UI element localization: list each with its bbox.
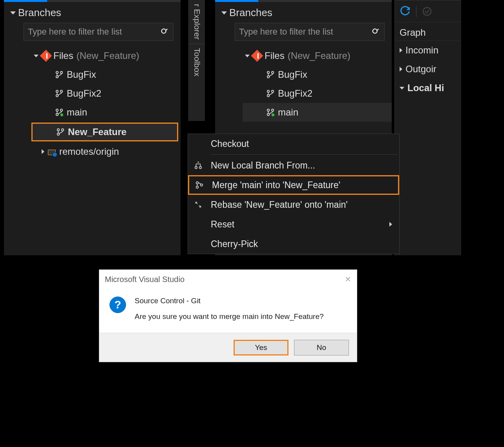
search-icon[interactable] <box>371 27 380 37</box>
branch-icon <box>55 89 64 98</box>
branch-icon <box>266 108 275 117</box>
ctx-rebase[interactable]: Rebase 'New_Feature' onto 'main' <box>188 195 399 214</box>
ctx-cherry-pick[interactable]: Cherry-Pick <box>188 234 399 254</box>
section-title: Branches <box>18 7 61 19</box>
svg-point-21 <box>272 90 274 93</box>
svg-point-26 <box>272 114 274 116</box>
graph-header: Graph <box>395 22 461 41</box>
dialog-text: Source Control - Git Are you sure you wa… <box>135 297 324 321</box>
svg-point-20 <box>267 90 270 93</box>
graph-row-label: Local Hi <box>407 82 444 93</box>
branch-row-main[interactable]: main <box>31 103 181 122</box>
branch-icon <box>55 108 64 117</box>
separator <box>416 6 416 17</box>
ctx-merge[interactable]: Merge 'main' into 'New_Feature' <box>188 175 399 195</box>
branch-context-menu: Checkout New Local Branch From... Merge … <box>188 134 400 254</box>
branch-tree: Files (New_Feature) BugFix BugFix2 main <box>4 46 181 161</box>
svg-point-15 <box>373 29 377 33</box>
branch-row-main[interactable]: main <box>243 103 392 122</box>
svg-point-12 <box>57 129 60 131</box>
repo-row[interactable]: Files (New_Feature) <box>243 46 392 65</box>
filter-input[interactable] <box>239 27 367 37</box>
tab-server-explorer[interactable]: r Explorer <box>189 0 205 44</box>
dialog-titlebar: Microsoft Visual Studio ✕ <box>99 270 357 289</box>
git-repo-icon <box>40 49 52 62</box>
dialog-message: Are you sure you want to merge main into… <box>135 312 324 321</box>
ctx-new-branch[interactable]: New Local Branch From... <box>188 156 399 175</box>
section-header[interactable]: Branches <box>215 2 392 23</box>
dialog-title: Microsoft Visual Studio <box>105 275 184 284</box>
graph-panel: Graph Incomin Outgoir Local Hi <box>394 0 461 255</box>
expand-icon <box>245 55 250 57</box>
collapse-icon <box>400 87 404 90</box>
ctx-reset[interactable]: Reset <box>188 214 399 234</box>
branch-row-bugfix2[interactable]: BugFix2 <box>243 84 392 103</box>
accent-strip <box>215 0 258 2</box>
section-header[interactable]: Branches <box>4 2 181 23</box>
graph-row-outgoing[interactable]: Outgoir <box>395 60 461 79</box>
svg-point-17 <box>267 71 270 74</box>
graph-row-label: Outgoir <box>405 64 436 75</box>
dialog-body: ? Source Control - Git Are you sure you … <box>99 289 357 333</box>
branch-label: BugFix2 <box>67 88 101 99</box>
remotes-label: remotes/origin <box>59 146 119 157</box>
section-title: Branches <box>229 7 272 19</box>
svg-point-23 <box>267 109 270 112</box>
branch-label: main <box>67 107 87 118</box>
repo-label: Files <box>265 50 285 61</box>
ctx-label: Merge 'main' into 'New_Feature' <box>212 180 340 191</box>
branch-icon <box>55 70 64 79</box>
graph-toolbar <box>395 0 461 22</box>
no-button[interactable]: No <box>294 340 349 355</box>
branch-label: main <box>278 107 298 118</box>
folder-icon <box>47 147 56 156</box>
close-icon[interactable]: ✕ <box>345 275 351 284</box>
expand-icon <box>400 48 402 53</box>
expand-icon <box>34 55 38 57</box>
remotes-row[interactable]: remotes/origin <box>31 142 181 161</box>
svg-point-24 <box>272 109 274 112</box>
graph-row-local-history[interactable]: Local Hi <box>395 79 461 97</box>
question-icon: ? <box>110 297 126 313</box>
svg-point-11 <box>60 114 63 116</box>
repo-branch-paren: (New_Feature) <box>77 50 139 61</box>
separator <box>211 154 398 155</box>
merge-icon <box>194 181 205 189</box>
branch-row-bugfix[interactable]: BugFix <box>243 65 392 84</box>
branch-icon <box>56 128 65 136</box>
yes-button[interactable]: Yes <box>234 340 289 355</box>
expand-icon <box>42 149 44 154</box>
svg-point-9 <box>60 109 63 112</box>
collapse-icon <box>221 11 227 15</box>
ctx-label: New Local Branch From... <box>211 160 315 171</box>
filter-box <box>235 23 385 41</box>
branches-panel-left: Branches Files (New_Feature) BugFix BugF… <box>4 0 181 255</box>
svg-line-16 <box>377 29 379 31</box>
branch-icon <box>266 70 275 79</box>
refresh-icon[interactable] <box>399 5 411 18</box>
svg-point-30 <box>196 182 199 184</box>
branch-row-newfeature[interactable]: New_Feature <box>31 123 178 141</box>
search-icon[interactable] <box>160 27 169 37</box>
svg-point-31 <box>196 186 199 189</box>
svg-point-28 <box>195 167 197 169</box>
ctx-label: Reset <box>211 219 234 230</box>
graph-row-incoming[interactable]: Incomin <box>395 41 461 60</box>
svg-point-18 <box>272 71 274 74</box>
branch-tree: Files (New_Feature) BugFix BugFix2 main <box>215 46 392 122</box>
branch-row-bugfix[interactable]: BugFix <box>31 65 181 84</box>
expand-icon <box>400 67 402 71</box>
dialog-heading: Source Control - Git <box>135 297 324 305</box>
branch-row-bugfix2[interactable]: BugFix2 <box>31 84 181 103</box>
branch-label: BugFix2 <box>278 88 312 99</box>
repo-row[interactable]: Files (New_Feature) <box>31 46 181 65</box>
filter-input[interactable] <box>28 27 156 37</box>
tab-toolbox[interactable]: Toolbox <box>189 44 205 80</box>
filter-box <box>24 23 173 41</box>
side-tabs: r Explorer Toolbox <box>188 0 205 121</box>
ctx-label: Rebase 'New_Feature' onto 'main' <box>211 200 348 210</box>
repo-label: Files <box>53 50 73 61</box>
accent-strip <box>4 0 47 2</box>
ctx-checkout[interactable]: Checkout <box>188 134 399 154</box>
rebase-icon <box>193 200 204 209</box>
